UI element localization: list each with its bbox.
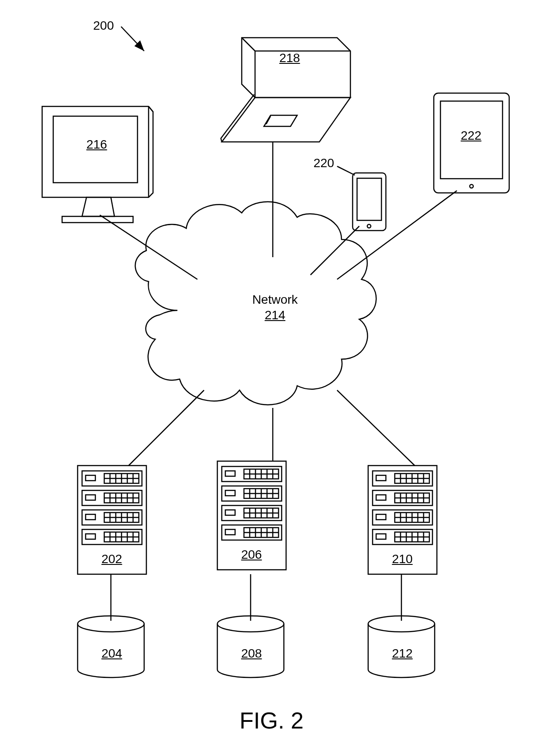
tablet-ref: 222 — [453, 129, 489, 143]
smartphone-ref: 220 — [310, 156, 337, 170]
diagram-canvas: 200 Network 214 216 218 220 222 202 206 … — [0, 0, 550, 756]
svg-rect-38 — [86, 495, 95, 500]
svg-rect-24 — [434, 93, 509, 193]
database-ref-2: 212 — [385, 646, 420, 661]
svg-rect-93 — [225, 529, 235, 535]
svg-point-23 — [367, 224, 371, 228]
svg-line-5 — [337, 191, 457, 279]
svg-rect-121 — [376, 514, 386, 520]
server-ref-1: 206 — [234, 548, 269, 562]
svg-rect-75 — [225, 490, 235, 496]
svg-line-7 — [129, 390, 204, 466]
svg-rect-130 — [376, 534, 386, 539]
svg-rect-16 — [62, 216, 133, 223]
svg-line-6 — [337, 166, 355, 175]
svg-line-9 — [337, 390, 415, 466]
svg-line-14 — [149, 106, 153, 112]
svg-line-18 — [242, 38, 255, 51]
svg-rect-29 — [86, 475, 95, 481]
server-ref-2: 210 — [385, 552, 420, 566]
smartphone-icon — [353, 173, 386, 231]
figure-caption: FIG. 2 — [240, 707, 303, 734]
svg-rect-66 — [225, 471, 235, 476]
svg-point-26 — [470, 184, 473, 188]
network-ref: 214 — [248, 308, 302, 322]
svg-rect-84 — [225, 510, 235, 515]
tablet-icon — [434, 93, 509, 193]
svg-line-2 — [100, 215, 197, 279]
svg-rect-103 — [376, 475, 386, 481]
diagram-svg — [0, 0, 550, 756]
laptop-ref: 218 — [272, 51, 307, 65]
svg-line-20 — [266, 116, 271, 124]
database-ref-0: 204 — [94, 646, 130, 661]
database-ref-1: 208 — [234, 646, 269, 661]
svg-rect-56 — [86, 534, 95, 539]
desktop-icon — [42, 106, 153, 223]
svg-rect-22 — [357, 178, 381, 220]
svg-rect-47 — [86, 514, 95, 520]
svg-line-4 — [310, 226, 359, 275]
server-ref-0: 202 — [94, 552, 130, 566]
desktop-ref: 216 — [79, 137, 114, 152]
network-title: Network — [248, 293, 302, 307]
svg-rect-112 — [376, 495, 386, 500]
figure-reference: 200 — [93, 19, 114, 33]
